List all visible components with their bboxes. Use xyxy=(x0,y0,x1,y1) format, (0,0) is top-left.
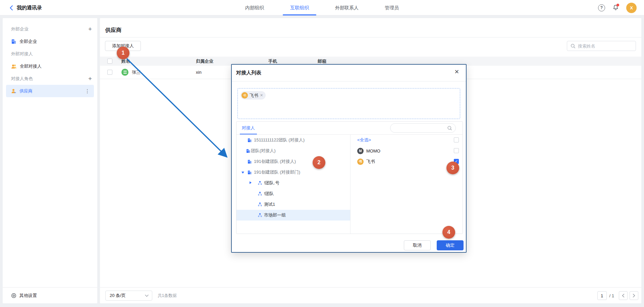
add-company-button[interactable]: + xyxy=(88,23,92,35)
tree-subitem[interactable]: !团队 xyxy=(236,188,350,199)
search-name-box xyxy=(567,41,636,51)
sidebar-other-settings[interactable]: 其他设置 xyxy=(3,287,97,303)
annotation-step-1: 1 xyxy=(117,47,129,59)
cancel-button[interactable]: 取消 xyxy=(404,240,431,250)
page-total-label: / 1 xyxy=(609,293,614,298)
tree-item-expanded[interactable]: 191创建团队 (对接部门) xyxy=(236,167,350,178)
sidebar-item-supplier[interactable]: 供应商 ⋮ xyxy=(6,85,94,97)
tree-item-label: !团队 xyxy=(264,191,274,197)
search-icon xyxy=(447,126,452,131)
department-icon xyxy=(258,192,262,196)
header-actions: ? X xyxy=(598,0,637,15)
people-icon xyxy=(11,64,17,69)
member-label: 飞书 xyxy=(366,159,375,165)
tag-avatar: 书 xyxy=(241,92,248,99)
org-tree: 15111111122团队 (对接人) 团队(对接人) 191创建团队 (对接人… xyxy=(236,135,350,234)
back-icon xyxy=(9,5,13,11)
member-row[interactable]: 书 飞书 xyxy=(351,156,463,167)
caret-right-icon[interactable] xyxy=(250,181,252,184)
row-checkbox[interactable] xyxy=(107,70,112,75)
member-avatar: 书 xyxy=(357,159,364,165)
tree-subitem[interactable]: !团队.号 xyxy=(236,178,350,188)
search-name-input[interactable] xyxy=(578,44,628,49)
tree-item[interactable]: 15111111122团队 (对接人) xyxy=(236,135,350,145)
notification-dot xyxy=(616,4,619,6)
tab-external-contacts[interactable]: 外部联系人 xyxy=(328,0,366,15)
divider xyxy=(232,81,466,81)
cell-name: 张三 xyxy=(132,66,141,79)
sidebar-item-all-contacts[interactable]: 全部对接人 xyxy=(3,60,97,72)
tag-label: 飞书 xyxy=(250,93,258,99)
more-actions-icon[interactable]: ⋮ xyxy=(85,88,90,94)
select-all-checkbox[interactable] xyxy=(454,137,459,142)
select-all-checkbox[interactable] xyxy=(107,59,112,64)
sidebar-group-contact-roles: 对接人角色 + xyxy=(3,72,97,85)
picker-search-input[interactable] xyxy=(394,124,446,132)
annotation-step-4: 4 xyxy=(442,226,455,239)
person-role-icon xyxy=(11,88,16,94)
page-size-select[interactable]: 20 条/页 xyxy=(105,291,152,301)
building-icon xyxy=(248,138,252,142)
search-icon xyxy=(571,44,576,49)
member-label: MOMO xyxy=(366,148,380,154)
page-size-value: 20 条/页 xyxy=(110,293,126,299)
caret-down-icon[interactable] xyxy=(241,172,244,174)
tree-item-label: 15111111122团队 (对接人) xyxy=(254,137,305,143)
selected-tag: 书 飞书 ✕ xyxy=(240,91,266,100)
tree-item-label: 191创建团队 (对接部门) xyxy=(254,169,300,175)
annotation-step-3: 3 xyxy=(446,162,459,174)
member-avatar: M xyxy=(357,148,364,154)
sidebar-item-label: 供应商 xyxy=(19,88,33,94)
tree-item-label: 市场部一组 xyxy=(264,212,286,218)
group-label: 外部企业 xyxy=(11,26,29,32)
select-all-label[interactable]: <全选> xyxy=(357,137,371,143)
current-page-input[interactable]: 1 xyxy=(597,291,607,300)
help-icon[interactable]: ? xyxy=(598,4,605,11)
annotation-step-2: 2 xyxy=(313,156,325,169)
confirm-button[interactable]: 确定 xyxy=(437,240,464,250)
next-page-button[interactable] xyxy=(630,291,638,300)
tree-subitem-selected[interactable]: 市场部一组 xyxy=(236,210,350,221)
sidebar-group-external-companies: 外部企业 + xyxy=(3,23,97,35)
notification-bell-icon[interactable] xyxy=(612,4,619,11)
member-row[interactable]: M MOMO xyxy=(351,145,463,156)
table-footer: 20 条/页 共1条数据 1 / 1 xyxy=(100,287,641,303)
tree-item-label: !团队.号 xyxy=(264,180,279,186)
tree-subitem[interactable]: 测试1 xyxy=(236,199,350,210)
remove-tag-icon[interactable]: ✕ xyxy=(260,93,263,98)
top-header: 我的通讯录 内部组织 互联组织 外部联系人 管理员 ? X xyxy=(0,0,644,15)
tree-item-label: 191创建团队 (对接人) xyxy=(254,159,296,165)
selected-tags-area[interactable]: 书 飞书 ✕ xyxy=(237,88,460,119)
department-icon xyxy=(258,181,262,185)
building-icon xyxy=(11,39,16,44)
prev-page-button[interactable] xyxy=(619,291,628,300)
building-icon xyxy=(246,149,251,153)
divider xyxy=(100,37,641,38)
cell-company: xin xyxy=(196,66,202,79)
add-role-button[interactable]: + xyxy=(88,72,92,85)
tree-item[interactable]: 191创建团队 (对接人) xyxy=(236,156,350,167)
contact-list-dialog: 对接人列表 ✕ 书 飞书 ✕ 对接人 15111111122团队 (对接人) 团… xyxy=(231,64,467,253)
user-avatar[interactable]: X xyxy=(626,3,637,13)
sidebar-item-all-companies[interactable]: 全部企业 xyxy=(3,35,97,48)
sidebar-item-label: 全部对接人 xyxy=(20,63,42,69)
content-title: 供应商 xyxy=(105,27,121,34)
select-all-row[interactable]: <全选> xyxy=(351,135,463,145)
member-list: <全选> M MOMO 书 飞书 xyxy=(350,135,463,234)
department-icon xyxy=(258,202,262,206)
tree-item[interactable]: 团队(对接人) xyxy=(236,145,350,156)
tab-connected-org[interactable]: 互联组织 xyxy=(283,0,316,15)
nav-tabs: 内部组织 互联组织 外部联系人 管理员 xyxy=(238,0,406,15)
member-checkbox[interactable] xyxy=(454,148,459,153)
other-settings-label: 其他设置 xyxy=(19,293,37,299)
settings-icon xyxy=(11,293,16,298)
contact-avatar xyxy=(121,69,128,76)
tab-contacts[interactable]: 对接人 xyxy=(242,122,255,134)
department-icon xyxy=(258,213,262,217)
tab-admin[interactable]: 管理员 xyxy=(377,0,406,15)
tab-internal-org[interactable]: 内部组织 xyxy=(238,0,271,15)
group-label: 对接人角色 xyxy=(11,76,33,82)
close-icon[interactable]: ✕ xyxy=(454,69,459,75)
back-nav[interactable]: 我的通讯录 xyxy=(9,0,42,15)
tree-item-label: 测试1 xyxy=(264,201,275,207)
